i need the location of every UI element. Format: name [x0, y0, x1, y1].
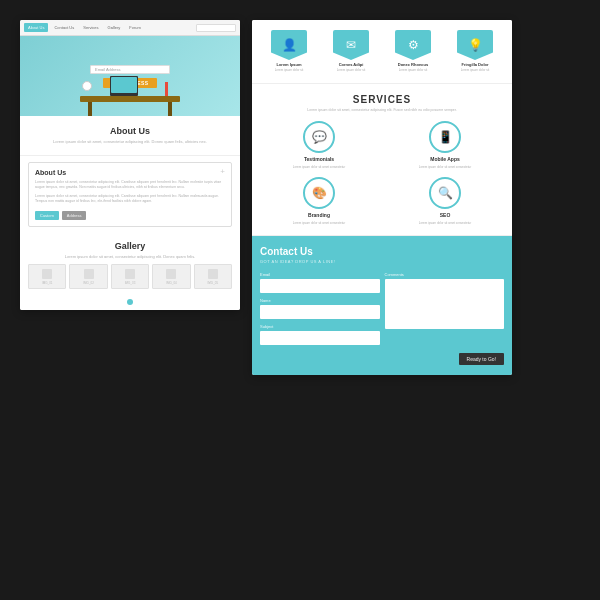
comments-field[interactable] [385, 279, 505, 329]
feature-label-1: Lorem Ipsum [276, 62, 301, 67]
feature-item-1: 👤 Lorem Ipsum Lorem ipsum dolor sit [260, 30, 318, 73]
page-indicator [20, 295, 240, 310]
features-grid: 👤 Lorem Ipsum Lorem ipsum dolor sit ✉ Co… [260, 30, 504, 73]
feature-item-4: 💡 Fringilla Dolor Lorem ipsum dolor sit [446, 30, 504, 73]
about-buttons: Custom Address [35, 211, 225, 220]
gallery-item-5[interactable]: IMG_05 [194, 264, 232, 289]
gallery-section: Gallery Lorem ipsum dolor sit amet, cons… [20, 233, 240, 296]
mobile-apps-label: Mobile Apps [430, 156, 460, 162]
about-box-title: About Us [35, 169, 225, 176]
gallery-label-5: IMG_05 [207, 281, 218, 285]
feature-label-2: Cornes Adipi [339, 62, 364, 67]
feature-icon-3: ⚙ [395, 30, 431, 60]
submit-wrapper: Ready to Go! [385, 353, 505, 365]
gallery-thumb-5 [208, 269, 218, 279]
branding-label: Branding [308, 212, 330, 218]
custom-button[interactable]: Custom [35, 211, 59, 220]
gallery-thumb-4 [166, 269, 176, 279]
nav-active[interactable]: About Us [24, 23, 48, 32]
gallery-label-3: IMG_03 [125, 281, 136, 285]
mobile-apps-icon: 📱 [429, 121, 461, 153]
lamp-icon [165, 82, 168, 97]
comments-field-wrapper: Comments [385, 272, 505, 345]
gallery-item-3[interactable]: IMG_03 [111, 264, 149, 289]
monitor-icon [110, 76, 138, 96]
feature-icon-1: 👤 [271, 30, 307, 60]
contact-title: Contact Us [260, 246, 504, 257]
monitor-screen [111, 77, 137, 93]
right-panel: 👤 Lorem Ipsum Lorem ipsum dolor sit ✉ Co… [252, 20, 512, 375]
seo-desc: Lorem ipsum dolor sit amet consectetur [419, 221, 472, 225]
comments-label: Comments [385, 272, 505, 277]
nav-forum[interactable]: Forum [126, 23, 144, 32]
name-label: Name [260, 298, 380, 303]
feature-label-4: Fringilla Dolor [461, 62, 488, 67]
submit-button[interactable]: Ready to Go! [459, 353, 504, 365]
testimonials-desc: Lorem ipsum dolor sit amet consectetur [293, 165, 346, 169]
feature-sub-2: Lorem ipsum dolor sit [337, 69, 366, 73]
about-box-text1: Lorem ipsum dolor sit amet, consectetur … [35, 180, 225, 191]
left-panel: About Us Contact Us Services Gallery For… [20, 20, 240, 310]
feature-sub-3: Lorem ipsum dolor sit [399, 69, 428, 73]
gallery-item-4[interactable]: IMG_04 [152, 264, 190, 289]
features-section: 👤 Lorem Ipsum Lorem ipsum dolor sit ✉ Co… [252, 20, 512, 84]
about-subtitle: Lorem ipsum dolor sit amet, consectetur … [28, 139, 232, 145]
feature-icon-2: ✉ [333, 30, 369, 60]
desk-leg-right [168, 102, 172, 116]
feature-label-3: Donec Rhoncus [398, 62, 428, 67]
seo-label: SEO [440, 212, 451, 218]
submit-row [260, 352, 380, 365]
gallery-subtitle: Lorem ipsum dolor sit amet, consectetur … [28, 254, 232, 260]
testimonials-label: Testimonials [304, 156, 334, 162]
testimonials-icon: 💬 [303, 121, 335, 153]
feature-sub-1: Lorem ipsum dolor sit [275, 69, 304, 73]
email-field-wrapper: Email [260, 272, 380, 293]
gallery-thumb-3 [125, 269, 135, 279]
address-button[interactable]: Address [62, 211, 87, 220]
name-field[interactable] [260, 305, 380, 319]
gallery-grid: IMG_01 IMG_02 IMG_03 IMG_04 IMG_05 [28, 264, 232, 289]
feature-item-2: ✉ Cornes Adipi Lorem ipsum dolor sit [322, 30, 380, 73]
about-box-text2: Lorem ipsum dolor sit amet, consectetur … [35, 194, 225, 205]
nav-bar: About Us Contact Us Services Gallery For… [20, 20, 240, 36]
branding-icon: 🎨 [303, 177, 335, 209]
plus-icon: + [220, 167, 225, 176]
gallery-label-2: IMG_02 [83, 281, 94, 285]
gallery-title: Gallery [28, 241, 232, 251]
gallery-item-2[interactable]: IMG_02 [69, 264, 107, 289]
service-mobile-apps: 📱 Mobile Apps Lorem ipsum dolor sit amet… [386, 121, 504, 169]
about-header: About Us Lorem ipsum dolor sit amet, con… [20, 116, 240, 156]
contact-subtitle: GOT AN IDEA? DROP US A LINE! [260, 259, 504, 264]
gallery-thumb-2 [84, 269, 94, 279]
nav-services[interactable]: Services [80, 23, 101, 32]
subject-label: Subject [260, 324, 380, 329]
service-seo: 🔍 SEO Lorem ipsum dolor sit amet consect… [386, 177, 504, 225]
nav-gallery[interactable]: Gallery [105, 23, 124, 32]
desk-surface [80, 96, 180, 102]
clock-icon [82, 81, 92, 91]
nav-contact[interactable]: Contact Us [51, 23, 77, 32]
gallery-label-4: IMG_04 [166, 281, 177, 285]
service-branding: 🎨 Branding Lorem ipsum dolor sit amet co… [260, 177, 378, 225]
feature-icon-4: 💡 [457, 30, 493, 60]
seo-icon: 🔍 [429, 177, 461, 209]
name-field-wrapper: Name [260, 298, 380, 319]
branding-desc: Lorem ipsum dolor sit amet consectetur [293, 221, 346, 225]
desk-leg-left [88, 102, 92, 116]
contact-form: Email Comments Name Subject [260, 272, 504, 365]
email-field[interactable] [260, 279, 380, 293]
service-testimonials: 💬 Testimonials Lorem ipsum dolor sit ame… [260, 121, 378, 169]
desk-illustration [70, 71, 190, 116]
about-title: About Us [28, 126, 232, 136]
about-box: + About Us Lorem ipsum dolor sit amet, c… [28, 162, 232, 227]
gallery-item-1[interactable]: IMG_01 [28, 264, 66, 289]
services-grid: 💬 Testimonials Lorem ipsum dolor sit ame… [260, 121, 504, 225]
gallery-label-1: IMG_01 [42, 281, 53, 285]
services-title: SERVICES [260, 94, 504, 105]
mobile-apps-desc: Lorem ipsum dolor sit amet consectetur [419, 165, 472, 169]
subject-field[interactable] [260, 331, 380, 345]
email-label: Email [260, 272, 380, 277]
services-section: SERVICES Lorem ipsum dolor sit amet, con… [252, 84, 512, 236]
feature-sub-4: Lorem ipsum dolor sit [461, 69, 490, 73]
nav-search[interactable] [196, 24, 236, 32]
